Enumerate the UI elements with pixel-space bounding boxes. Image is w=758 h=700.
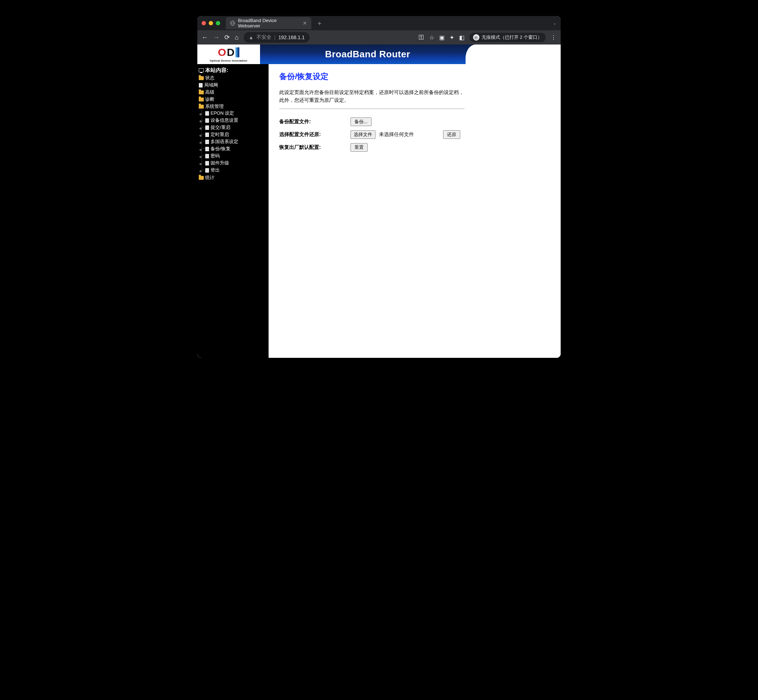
restore-button[interactable]: 还原 xyxy=(443,130,460,139)
page-intro: 此设定页面允许您备份目前设定至特定档案，还原时可以选择之前所备份的设定档，此外，… xyxy=(279,88,465,104)
backup-label: 备份配置文件: xyxy=(279,116,351,128)
browser-window: BroadBand Device Webserver ✕ ＋ ⌄ ▲ 不安全 |… xyxy=(197,16,561,358)
page-icon xyxy=(205,161,209,166)
bookmark-icon[interactable]: ☆ xyxy=(429,34,434,41)
tab-list-button[interactable]: ⌄ xyxy=(553,21,556,26)
minimize-window-button[interactable] xyxy=(209,21,213,25)
sidebar-label: 统计 xyxy=(205,175,215,181)
sidebar-folder-状态[interactable]: 状态 xyxy=(199,75,267,81)
page: OD Optical Device Innovation BroadBand R… xyxy=(197,44,561,358)
sidebar-folder-高级[interactable]: 高级 xyxy=(199,89,267,95)
page-icon xyxy=(205,111,209,116)
sidebar-label: 备份/恢复 xyxy=(210,145,230,152)
folder-icon xyxy=(199,176,204,180)
new-tab-button[interactable]: ＋ xyxy=(316,19,323,27)
folder-icon xyxy=(199,76,204,80)
window-controls xyxy=(202,21,220,25)
page-icon xyxy=(205,133,209,137)
backup-button[interactable]: 备份... xyxy=(351,117,371,126)
sidebar-label: EPON 设定 xyxy=(210,110,234,116)
page-icon xyxy=(205,125,209,130)
reset-label: 恢复出厂默认配置: xyxy=(279,141,351,154)
incognito-label: 无痕模式（已打开 2 个窗口） xyxy=(482,34,542,41)
sidebar-label: 设备信息设置 xyxy=(210,117,238,123)
insecure-label: 不安全 xyxy=(257,34,271,41)
sidebar-item-EPON 设定[interactable]: EPON 设定 xyxy=(205,110,267,116)
url-text: 192.168.1.1 xyxy=(278,34,305,40)
sidebar-item-多国语系设定[interactable]: 多国语系设定 xyxy=(205,139,267,145)
banner: OD Optical Device Innovation BroadBand R… xyxy=(197,44,561,64)
sidebar-label: 定时重启 xyxy=(210,131,229,138)
sidebar-item-备份/恢复[interactable]: 备份/恢复 xyxy=(205,145,267,152)
key-icon[interactable]: ⚿ xyxy=(418,34,424,41)
logo: OD Optical Device Innovation xyxy=(197,44,260,64)
folder-icon xyxy=(199,98,204,102)
sidebar-label: 局域网 xyxy=(204,82,218,88)
panel-icon[interactable]: ◧ xyxy=(459,34,465,41)
forward-button[interactable] xyxy=(213,34,219,41)
maximize-window-button[interactable] xyxy=(216,21,220,25)
incognito-indicator[interactable]: ㊙ 无痕模式（已打开 2 个窗口） xyxy=(470,33,546,42)
browser-toolbar: ▲ 不安全 | 192.168.1.1 ⚿ ☆ ▣ ✦ ◧ ㊙ 无痕模式（已打开… xyxy=(197,30,561,44)
sidebar-item-密码[interactable]: 密码 xyxy=(205,153,267,159)
sidebar-label: 高级 xyxy=(205,89,215,95)
sidebar-label: 多国语系设定 xyxy=(210,139,238,145)
insecure-warning-icon: ▲ xyxy=(249,34,254,40)
tree-root: 本站内容: xyxy=(199,66,267,74)
file-status-text: 未选择任何文件 xyxy=(379,131,414,137)
content-area: 备份/恢复设定 此设定页面允许您备份目前设定至特定档案，还原时可以选择之前所备份… xyxy=(269,64,561,358)
sidebar-item-设备信息设置[interactable]: 设备信息设置 xyxy=(205,117,267,123)
folder-icon xyxy=(199,91,204,94)
sidebar-label: 系统管理 xyxy=(205,103,224,110)
sidebar-label: 固件升级 xyxy=(210,160,229,166)
extensions-icon[interactable]: ✦ xyxy=(449,34,454,41)
sidebar-label: 状态 xyxy=(205,75,215,81)
close-tab-icon[interactable]: ✕ xyxy=(303,20,307,26)
page-icon xyxy=(205,154,209,158)
tab-bar: BroadBand Device Webserver ✕ ＋ ⌄ xyxy=(197,16,561,30)
sidebar-folder-诊断[interactable]: 诊断 xyxy=(199,96,267,103)
sidebar-label: 登出 xyxy=(210,167,220,173)
globe-icon xyxy=(230,21,235,26)
page-icon xyxy=(199,83,203,88)
choose-file-button[interactable]: 选择文件 xyxy=(351,130,376,139)
sidebar-label: 密码 xyxy=(210,153,220,159)
logo-subtitle: Optical Device Innovation xyxy=(210,59,247,62)
menu-button[interactable]: ⋮ xyxy=(551,34,556,41)
page-heading: 备份/恢复设定 xyxy=(279,71,550,82)
back-button[interactable] xyxy=(202,34,208,41)
incognito-icon: ㊙ xyxy=(473,34,479,41)
divider xyxy=(279,109,465,109)
reader-icon[interactable]: ▣ xyxy=(439,34,445,41)
sidebar-folder-系统管理[interactable]: 系统管理 xyxy=(199,103,267,110)
sidebar: 本站内容: 状态局域网高级诊断系统管理EPON 设定设备信息设置提交/重启定时重… xyxy=(197,64,269,358)
reset-button[interactable]: 重置 xyxy=(351,143,368,152)
home-button[interactable] xyxy=(235,34,239,41)
sidebar-item-定时重启[interactable]: 定时重启 xyxy=(205,131,267,138)
sidebar-item-提交/重启[interactable]: 提交/重启 xyxy=(205,124,267,131)
sidebar-label: 提交/重启 xyxy=(210,124,230,131)
sidebar-label: 诊断 xyxy=(205,96,215,103)
folder-icon xyxy=(199,105,204,109)
sidebar-item-登出[interactable]: 登出 xyxy=(205,167,267,173)
tab-title: BroadBand Device Webserver xyxy=(238,18,299,28)
page-icon xyxy=(205,139,209,144)
close-window-button[interactable] xyxy=(202,21,206,25)
page-icon xyxy=(205,118,209,123)
computer-icon xyxy=(199,68,204,72)
sidebar-item-局域网[interactable]: 局域网 xyxy=(199,82,267,88)
reload-button[interactable] xyxy=(224,33,230,41)
page-icon xyxy=(205,168,209,173)
sidebar-item-固件升级[interactable]: 固件升级 xyxy=(205,160,267,166)
banner-title: BroadBand Router xyxy=(260,44,475,64)
address-bar[interactable]: ▲ 不安全 | 192.168.1.1 xyxy=(244,32,310,43)
sidebar-folder-统计[interactable]: 统计 xyxy=(199,175,267,181)
page-icon xyxy=(205,147,209,151)
browser-tab[interactable]: BroadBand Device Webserver ✕ xyxy=(226,17,311,29)
restore-label: 选择配置文件还原: xyxy=(279,128,351,141)
